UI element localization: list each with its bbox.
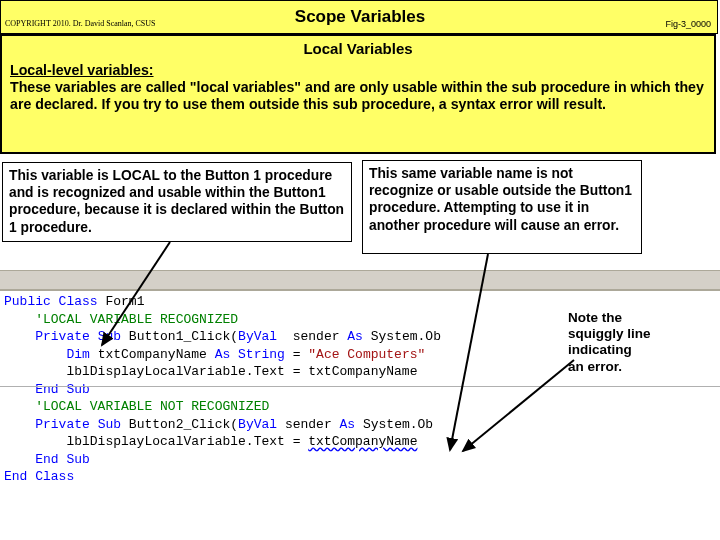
code-comment: 'LOCAL VARIABLE RECOGNIZED <box>4 312 238 327</box>
code-text: Button1_Click( <box>121 329 238 344</box>
code-text: System.Ob <box>355 417 433 432</box>
title-bar: COPYRIGHT 2010. Dr. David Scanlan, CSUS … <box>0 0 718 34</box>
code-kw: String <box>230 347 285 362</box>
note-line: an error. <box>568 359 622 374</box>
code-text: lblDisplayLocalVariable.Text = <box>4 434 308 449</box>
code-kw: End Sub <box>4 452 90 467</box>
code-text: lblDisplayLocalVariable.Text = txtCompan… <box>4 364 417 379</box>
code-kw: Sub <box>90 417 121 432</box>
code-comment: 'LOCAL VARIABLE NOT RECOGNIZED <box>4 399 269 414</box>
code-text: Form1 <box>98 294 145 309</box>
code-kw: End <box>4 469 27 484</box>
definition-subheader: Local Variables <box>10 40 706 58</box>
code-kw: Class <box>27 469 74 484</box>
definition-panel: Local Variables Local-level variables: T… <box>0 34 716 154</box>
code-string: "Ace Computers" <box>308 347 425 362</box>
definition-term: Local-level variables: <box>10 62 154 78</box>
note-line: Note the <box>568 310 622 325</box>
code-kw: Dim <box>4 347 90 362</box>
definition-body: These variables are called "local variab… <box>10 79 704 112</box>
code-kw: Private <box>4 417 90 432</box>
callout-local-not-recognized: This same variable name is not recognize… <box>362 160 642 254</box>
code-kw: ByVal <box>238 417 277 432</box>
code-text: sender <box>277 417 339 432</box>
code-kw: Private <box>4 329 90 344</box>
code-kw: Sub <box>90 329 121 344</box>
code-kw: ByVal <box>238 329 277 344</box>
code-kw: Class <box>51 294 98 309</box>
note-squiggly: Note the squiggly line indicating an err… <box>568 310 708 375</box>
page-title: Scope Variables <box>1 7 719 27</box>
code-text: Button2_Click( <box>121 417 238 432</box>
code-divider <box>0 386 720 387</box>
code-text: = <box>285 347 308 362</box>
code-toolbar <box>0 270 720 290</box>
callout-local-recognized: This variable is LOCAL to the Button 1 p… <box>2 162 352 242</box>
code-text: System.Ob <box>363 329 441 344</box>
note-line: squiggly line <box>568 326 651 341</box>
code-text: sender <box>277 329 347 344</box>
note-line: indicating <box>568 342 632 357</box>
code-kw: End Sub <box>4 382 90 397</box>
code-kw: Public <box>4 294 51 309</box>
code-kw: As <box>215 347 231 362</box>
figure-id: Fig-3_0000 <box>665 19 711 29</box>
code-error-underline: txtCompanyName <box>308 434 417 449</box>
code-kw: As <box>340 417 356 432</box>
code-kw: As <box>347 329 363 344</box>
slide: COPYRIGHT 2010. Dr. David Scanlan, CSUS … <box>0 0 720 540</box>
code-text: txtCompanyName <box>90 347 215 362</box>
